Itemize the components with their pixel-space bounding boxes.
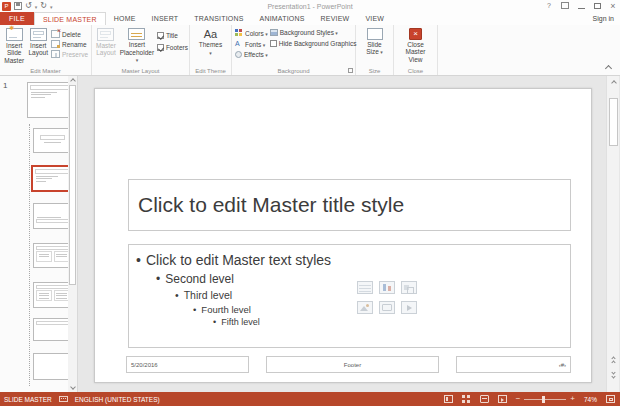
thumbnail-scrollbar-thumb[interactable] xyxy=(69,85,76,285)
normal-view-icon[interactable] xyxy=(444,395,453,403)
thumbnail-scrollbar[interactable] xyxy=(68,76,77,392)
group-edit-master: Insert Slide Master Insert Layout Delete… xyxy=(0,25,92,75)
delete-icon xyxy=(51,30,60,38)
slide-size-icon xyxy=(367,28,383,40)
insert-online-picture-icon[interactable] xyxy=(379,301,395,314)
master-slide-number: 1 xyxy=(3,81,7,90)
save-icon[interactable] xyxy=(14,2,22,10)
rename-button[interactable]: Rename xyxy=(51,40,88,48)
master-body-placeholder[interactable]: Click to edit Master text styles Second … xyxy=(128,244,571,348)
ribbon-display-options-icon[interactable] xyxy=(561,2,569,9)
customize-quick-access-icon[interactable] xyxy=(50,3,53,10)
status-view-name: SLIDE MASTER xyxy=(4,396,52,403)
insert-smartart-icon[interactable] xyxy=(401,281,417,294)
main-scrollbar-thumb[interactable] xyxy=(609,98,618,146)
redo-icon[interactable] xyxy=(40,2,47,10)
tab-transitions[interactable]: TRANSITIONS xyxy=(186,12,251,25)
slide-sorter-view-icon[interactable] xyxy=(462,395,471,403)
slide-thumbnail-panel: 1 xyxy=(0,76,78,392)
keyboard-language-icon[interactable] xyxy=(59,396,68,402)
insert-video-icon[interactable] xyxy=(401,301,417,314)
themes-icon xyxy=(204,28,217,40)
thumbnail-scroll-up-icon[interactable] xyxy=(69,76,76,84)
insert-layout-button[interactable]: Insert Layout xyxy=(27,27,49,65)
themes-button[interactable]: Themes xyxy=(197,27,225,65)
fit-slide-to-window-icon[interactable] xyxy=(606,395,615,403)
insert-table-icon[interactable] xyxy=(357,281,373,294)
scroll-up-icon[interactable] xyxy=(610,78,618,86)
thumbnail-layout-title-slide[interactable] xyxy=(33,128,72,153)
date-placeholder[interactable]: 5/20/2016 xyxy=(126,356,249,373)
status-bar: SLIDE MASTER ENGLISH (UNITED STATES) − +… xyxy=(0,392,620,406)
thumbnail-layout-title-only[interactable] xyxy=(33,318,72,341)
thumbnail-layout-section-header[interactable] xyxy=(33,203,72,229)
ribbon: Insert Slide Master Insert Layout Delete… xyxy=(0,25,620,76)
insert-placeholder-icon xyxy=(128,28,145,40)
workspace: 1 xyxy=(0,76,620,392)
insert-picture-icon[interactable] xyxy=(357,301,373,314)
zoom-control: − + xyxy=(516,395,575,403)
delete-button[interactable]: Delete xyxy=(51,30,88,38)
close-icon[interactable] xyxy=(608,1,618,10)
collapse-ribbon-icon[interactable] xyxy=(605,64,613,70)
tab-review[interactable]: REVIEW xyxy=(313,12,358,25)
insert-slide-master-button[interactable]: Insert Slide Master xyxy=(3,27,25,65)
tab-view[interactable]: VIEW xyxy=(357,12,392,25)
fonts-button[interactable]: Fonts xyxy=(235,40,268,48)
colors-button[interactable]: Colors xyxy=(235,29,268,37)
group-label-edit-master: Edit Master xyxy=(0,68,91,74)
tab-home[interactable]: HOME xyxy=(106,12,144,25)
tab-slide-master[interactable]: SLIDE MASTER xyxy=(34,12,106,25)
slide-canvas[interactable]: Click to edit Master title style Click t… xyxy=(94,88,592,383)
tab-insert[interactable]: INSERT xyxy=(144,12,187,25)
title-checkbox[interactable]: Title xyxy=(157,32,188,39)
master-title-placeholder[interactable]: Click to edit Master title style xyxy=(128,179,571,231)
zoom-slider[interactable] xyxy=(524,399,566,400)
thumbnail-layout-blank[interactable] xyxy=(33,353,72,380)
thumbnail-layout-comparison[interactable] xyxy=(33,282,72,308)
insert-placeholder-button[interactable]: Insert Placeholder xyxy=(119,27,155,65)
zoom-slider-thumb[interactable] xyxy=(542,396,545,403)
slide-number-placeholder[interactable]: ‹#› xyxy=(456,356,571,373)
powerpoint-app-icon[interactable] xyxy=(2,2,11,11)
sign-in-link[interactable]: Sign in xyxy=(593,12,620,25)
help-icon[interactable] xyxy=(544,1,554,10)
restore-icon[interactable] xyxy=(594,3,601,9)
thumbnail-scroll-down-icon[interactable] xyxy=(69,384,76,392)
footers-checkbox[interactable]: Footers xyxy=(157,44,188,51)
group-label-edit-theme: Edit Theme xyxy=(190,68,231,74)
tab-animations[interactable]: ANIMATIONS xyxy=(252,12,313,25)
master-layout-button[interactable]: Master Layout xyxy=(95,27,117,65)
content-placeholder-icons xyxy=(357,281,423,321)
zoom-in-icon[interactable]: + xyxy=(570,395,575,403)
group-label-size: Size xyxy=(356,68,393,74)
thumbnail-layout-title-and-content[interactable] xyxy=(31,165,73,192)
footer-placeholder[interactable]: Footer xyxy=(266,356,439,373)
slide-show-icon[interactable] xyxy=(498,395,507,403)
minimize-icon[interactable] xyxy=(578,8,585,9)
tab-file[interactable]: FILE xyxy=(0,12,34,25)
zoom-out-icon[interactable]: − xyxy=(516,395,521,403)
title-checkbox-icon xyxy=(157,32,164,39)
next-slide-icon[interactable] xyxy=(609,368,618,380)
close-master-view-button[interactable]: Close Master View xyxy=(399,27,433,65)
preserve-button[interactable]: Preserve xyxy=(51,50,88,58)
zoom-percentage[interactable]: 74% xyxy=(584,396,597,403)
master-layout-icon xyxy=(97,28,114,41)
reading-view-icon[interactable] xyxy=(480,395,489,403)
thumbnail-layout-two-content[interactable] xyxy=(33,243,72,268)
status-language[interactable]: ENGLISH (UNITED STATES) xyxy=(75,396,160,403)
background-styles-button[interactable]: Background Styles xyxy=(270,29,357,36)
titlebar: Presentation1 - PowerPoint xyxy=(0,0,620,12)
undo-icon[interactable] xyxy=(25,2,32,10)
previous-slide-icon[interactable] xyxy=(609,354,618,366)
background-dialog-launcher-icon[interactable] xyxy=(348,68,353,73)
slide-size-button[interactable]: Slide Size xyxy=(362,27,388,65)
thumbnail-slide-master[interactable] xyxy=(27,82,72,118)
hide-background-graphics-checkbox[interactable]: Hide Background Graphics xyxy=(270,40,357,47)
undo-dropdown-icon[interactable] xyxy=(35,3,38,10)
footers-checkbox-icon xyxy=(157,44,164,51)
main-vertical-scrollbar[interactable] xyxy=(606,76,619,392)
insert-chart-icon[interactable] xyxy=(379,281,395,294)
effects-button[interactable]: Effects xyxy=(235,51,268,58)
